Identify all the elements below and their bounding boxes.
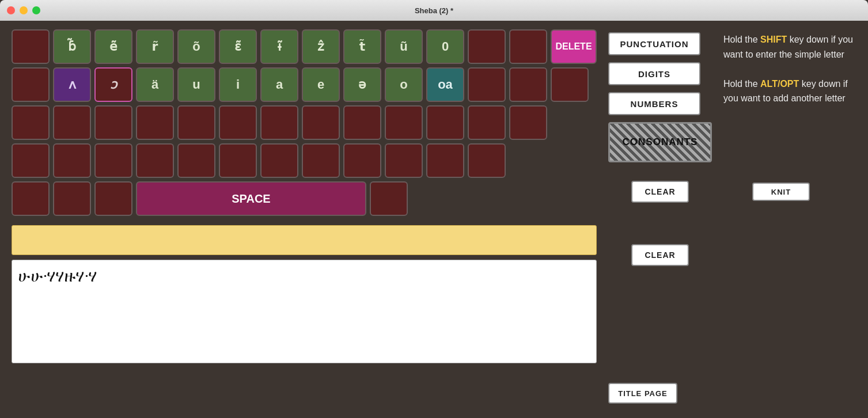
key-empty-6[interactable] bbox=[509, 67, 547, 102]
key-r4-12[interactable] bbox=[468, 143, 506, 178]
key-o[interactable]: o bbox=[385, 67, 423, 102]
key-row-3 bbox=[12, 105, 597, 140]
key-r5-5[interactable] bbox=[370, 181, 408, 216]
keyboard-section: ɓ̃ ẽ r̃ õ ɛ̃ ɨ̃ ẑ t̃ ũ 0 DELETE ʌ ɔ ä u bbox=[12, 29, 597, 409]
title-bar: Sheba (2) * bbox=[0, 0, 868, 21]
key-r4-6[interactable] bbox=[219, 143, 257, 178]
key-r3-8[interactable] bbox=[302, 105, 340, 140]
key-r4-5[interactable] bbox=[177, 143, 215, 178]
key-oa[interactable]: oa bbox=[426, 67, 464, 102]
delete-key[interactable]: DELETE bbox=[551, 29, 597, 64]
key-schwa[interactable]: ə bbox=[343, 67, 381, 102]
key-r3-3[interactable] bbox=[94, 105, 132, 140]
key-open-o[interactable]: ɔ bbox=[94, 67, 132, 102]
key-i-tilde[interactable]: ɨ̃ bbox=[260, 29, 298, 64]
punctuation-button[interactable]: PUNCTUATION bbox=[608, 32, 700, 55]
key-empty-4[interactable] bbox=[12, 67, 50, 102]
key-r3-9[interactable] bbox=[343, 105, 381, 140]
key-r4-3[interactable] bbox=[94, 143, 132, 178]
right-top: PUNCTUATION DIGITS NUMBERS CONSONANTS Ho… bbox=[608, 32, 856, 162]
key-r3-12[interactable] bbox=[468, 105, 506, 140]
key-o-tilde[interactable]: õ bbox=[177, 29, 215, 64]
key-r4-10[interactable] bbox=[385, 143, 423, 178]
key-zero[interactable]: 0 bbox=[426, 29, 464, 64]
key-empty-1[interactable] bbox=[12, 29, 50, 64]
key-r-tilde[interactable]: r̃ bbox=[136, 29, 174, 64]
clear-button-1[interactable]: CLEAR bbox=[631, 181, 689, 203]
numbers-button[interactable]: NUMBERS bbox=[608, 92, 700, 115]
consonants-button[interactable]: CONSONANTS bbox=[608, 122, 712, 162]
key-r4-1[interactable] bbox=[12, 143, 50, 178]
knit-button[interactable]: KNIT bbox=[752, 183, 810, 201]
key-row-5: SPACE bbox=[12, 181, 597, 216]
key-row-4 bbox=[12, 143, 597, 178]
title-page-section: TITLE PAGE bbox=[608, 383, 856, 409]
key-r4-4[interactable] bbox=[136, 143, 174, 178]
key-r3-6[interactable] bbox=[219, 105, 257, 140]
maximize-button[interactable] bbox=[32, 6, 40, 14]
key-r3-10[interactable] bbox=[385, 105, 423, 140]
key-r3-5[interactable] bbox=[177, 105, 215, 140]
key-row-1: ɓ̃ ẽ r̃ õ ɛ̃ ɨ̃ ẑ t̃ ũ 0 DELETE bbox=[12, 29, 597, 64]
key-r4-8[interactable] bbox=[302, 143, 340, 178]
key-u-tilde[interactable]: ũ bbox=[385, 29, 423, 64]
key-r5-2[interactable] bbox=[53, 181, 91, 216]
text-areas: ሁሁ·ሃሃዙሃ·ሃ bbox=[12, 225, 597, 363]
main-content: ɓ̃ ẽ r̃ õ ɛ̃ ɨ̃ ẑ t̃ ũ 0 DELETE ʌ ɔ ä u bbox=[0, 21, 868, 418]
window-controls bbox=[7, 6, 40, 14]
key-r3-2[interactable] bbox=[53, 105, 91, 140]
right-panel: PUNCTUATION DIGITS NUMBERS CONSONANTS Ho… bbox=[608, 29, 856, 409]
key-row-2: ʌ ɔ ä u i a e ə o oa bbox=[12, 67, 597, 102]
key-r4-9[interactable] bbox=[343, 143, 381, 178]
help-paragraph-1: Hold the SHIFT key down if you want to e… bbox=[723, 32, 856, 62]
close-button[interactable] bbox=[7, 6, 15, 14]
key-a-uml[interactable]: ä bbox=[136, 67, 174, 102]
key-empty-3[interactable] bbox=[509, 29, 547, 64]
key-r4-7[interactable] bbox=[260, 143, 298, 178]
key-empty-2[interactable] bbox=[468, 29, 506, 64]
key-lambda[interactable]: ʌ bbox=[53, 67, 91, 102]
help-paragraph-2: Hold the ALT/OPT key down if you want to… bbox=[723, 77, 856, 106]
title-page-button[interactable]: TITLE PAGE bbox=[608, 383, 677, 404]
minimize-button[interactable] bbox=[20, 6, 28, 14]
digits-button[interactable]: DIGITS bbox=[608, 62, 700, 85]
key-u[interactable]: u bbox=[177, 67, 215, 102]
space-key[interactable]: SPACE bbox=[136, 181, 366, 216]
key-empty-7[interactable] bbox=[551, 67, 589, 102]
key-i[interactable]: i bbox=[219, 67, 257, 102]
key-r4-11[interactable] bbox=[426, 143, 464, 178]
yellow-text-field[interactable] bbox=[12, 225, 597, 255]
key-empty-5[interactable] bbox=[468, 67, 506, 102]
window-title: Sheba (2) * bbox=[415, 6, 453, 15]
key-z-hat[interactable]: ẑ bbox=[302, 29, 340, 64]
key-r3-11[interactable] bbox=[426, 105, 464, 140]
key-r3-1[interactable] bbox=[12, 105, 50, 140]
clear-button-2[interactable]: CLEAR bbox=[631, 244, 689, 266]
key-r3-7[interactable] bbox=[260, 105, 298, 140]
help-text: Hold the SHIFT key down if you want to e… bbox=[723, 32, 856, 106]
key-r3-13[interactable] bbox=[509, 105, 547, 140]
key-eps-tilde[interactable]: ɛ̃ bbox=[219, 29, 257, 64]
key-t-tilde[interactable]: t̃ bbox=[343, 29, 381, 64]
key-r5-3[interactable] bbox=[94, 181, 132, 216]
clear-row-1: CLEAR KNIT bbox=[608, 181, 856, 203]
key-a[interactable]: a bbox=[260, 67, 298, 102]
mode-buttons: PUNCTUATION DIGITS NUMBERS CONSONANTS bbox=[608, 32, 712, 162]
key-r3-4[interactable] bbox=[136, 105, 174, 140]
clear-row-2: CLEAR bbox=[608, 244, 856, 266]
key-b-tilde[interactable]: ɓ̃ bbox=[53, 29, 91, 64]
key-r5-1[interactable] bbox=[12, 181, 50, 216]
white-text-field[interactable]: ሁሁ·ሃሃዙሃ·ሃ bbox=[12, 260, 597, 363]
key-r4-2[interactable] bbox=[53, 143, 91, 178]
key-e[interactable]: e bbox=[302, 67, 340, 102]
key-e-tilde[interactable]: ẽ bbox=[94, 29, 132, 64]
key-rows: ɓ̃ ẽ r̃ õ ɛ̃ ɨ̃ ẑ t̃ ũ 0 DELETE ʌ ɔ ä u bbox=[12, 29, 597, 216]
